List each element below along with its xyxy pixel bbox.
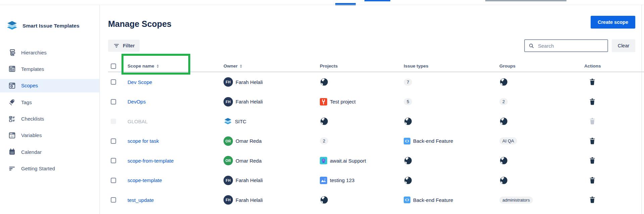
sidebar-item-getting-started[interactable]: Getting Started: [0, 162, 99, 175]
owner-name: Farah Helali: [236, 177, 263, 183]
globe-icon: [320, 117, 329, 126]
sidebar-nav: Hierarchies Templates Scopes Tags Checkl…: [0, 46, 99, 178]
getting-started-icon: [8, 165, 16, 172]
count-badge: 2: [499, 98, 508, 105]
search-input[interactable]: [537, 43, 604, 49]
browser-tab-bar-fragment: [485, 0, 566, 1]
wrench-project-icon: [320, 98, 327, 105]
select-all-cell: [108, 60, 125, 72]
delete-scope-button: [588, 117, 596, 125]
sidebar-item-label: Hierarchies: [21, 50, 47, 55]
row-select-cell: [108, 112, 125, 131]
delete-scope-button[interactable]: [588, 98, 596, 106]
avatar: FH: [224, 176, 233, 185]
layers-logo-icon: [224, 118, 232, 125]
count-badge: 7: [404, 79, 412, 86]
avatar: FH: [224, 77, 233, 87]
templates-icon: [8, 65, 16, 73]
hierarchy-icon: [8, 49, 16, 56]
sidebar-item-variables[interactable]: (x) Variables: [0, 129, 99, 142]
globe-icon: [404, 176, 412, 185]
actions-cell: [582, 151, 644, 171]
row-checkbox[interactable]: [111, 197, 116, 203]
search-box: [524, 39, 608, 52]
sort-arrows-icon: [157, 65, 159, 68]
scope-name-cell: scope-template: [125, 171, 221, 190]
actions-cell: [582, 112, 644, 131]
issue-types-cell: [401, 112, 497, 131]
projects-cell: [317, 112, 401, 131]
avatar: FH: [224, 195, 233, 205]
scope-name-text: GLOBAL: [128, 119, 148, 124]
column-header-label: Scope name: [128, 63, 154, 69]
delete-scope-button[interactable]: [588, 157, 596, 165]
sidebar-item-checklists[interactable]: Checklists: [0, 112, 99, 126]
avatar: FH: [224, 97, 233, 106]
projects-cell: [317, 72, 401, 92]
sidebar-item-label: Variables: [21, 132, 42, 138]
project-label: await.ai Support: [330, 158, 366, 164]
count-badge: AI QA: [499, 137, 517, 144]
actions-cell: [582, 72, 644, 92]
delete-scope-button[interactable]: [588, 78, 596, 86]
issuetype-label: Back-end Feature: [413, 138, 453, 144]
sidebar-item-tags[interactable]: Tags: [0, 95, 99, 109]
robot-project-icon: [320, 157, 327, 164]
delete-scope-button[interactable]: [588, 137, 596, 145]
column-header-owner[interactable]: Owner: [221, 60, 317, 72]
sidebar-item-scopes[interactable]: Scopes: [0, 79, 99, 92]
filter-button[interactable]: Filter: [108, 40, 140, 52]
row-select-cell: [108, 131, 125, 151]
scope-name-link[interactable]: scope for task: [128, 138, 159, 144]
row-checkbox[interactable]: [111, 178, 116, 183]
scope-name-link[interactable]: scope-from-template: [128, 158, 174, 164]
sidebar-item-label: Tags: [21, 99, 32, 105]
owner-cell: FH Farah Helali: [221, 171, 317, 190]
scope-name-cell: scope for task: [125, 131, 221, 151]
project-label: testing 123: [330, 177, 354, 183]
globe-icon: [499, 78, 508, 86]
row-checkbox[interactable]: [111, 99, 116, 104]
column-header-scope-name[interactable]: Scope name: [125, 60, 221, 72]
select-all-checkbox[interactable]: [111, 63, 116, 69]
groups-cell: [497, 112, 582, 131]
table-row: scope-from-template OR Omar Reda await.a…: [108, 151, 644, 171]
delete-scope-button[interactable]: [588, 176, 596, 184]
globe-icon: [404, 156, 412, 165]
groups-cell: administrators: [497, 190, 582, 210]
groups-cell: AI QA: [497, 131, 582, 151]
delete-scope-button[interactable]: [588, 196, 596, 204]
owner-name: SITC: [235, 119, 246, 124]
scope-name-link[interactable]: Dev Scope: [128, 79, 152, 85]
filter-button-label: Filter: [123, 43, 135, 48]
scope-name-link[interactable]: scope-template: [128, 177, 162, 183]
row-select-cell: [108, 151, 125, 171]
column-header-label: Groups: [499, 63, 515, 69]
owner-cell: FH Farah Helali: [221, 190, 317, 210]
sidebar-item-templates[interactable]: Templates: [0, 62, 99, 76]
row-checkbox[interactable]: [111, 158, 116, 163]
sidebar-item-calendar[interactable]: Calendar: [0, 145, 99, 159]
issue-types-cell: [401, 171, 497, 190]
scope-name-link[interactable]: test_update: [128, 197, 154, 203]
column-header-actions: Actions: [582, 60, 644, 72]
row-select-cell: [108, 171, 125, 190]
sort-arrows-icon: [240, 65, 242, 68]
issue-types-cell: [401, 151, 497, 171]
clear-search-button[interactable]: Clear: [612, 39, 635, 52]
groups-cell: 2: [497, 92, 582, 112]
globe-icon: [499, 117, 508, 126]
app-title: Smart Issue Templates: [22, 23, 80, 29]
row-checkbox[interactable]: [111, 138, 116, 144]
scope-name-cell: GLOBAL: [125, 112, 221, 131]
count-badge: 2: [320, 137, 328, 144]
row-checkbox[interactable]: [111, 79, 116, 85]
owner-cell: OR Omar Reda: [221, 151, 317, 171]
owner-cell: OR Omar Reda: [221, 131, 317, 151]
scope-name-link[interactable]: DevOps: [128, 99, 146, 104]
table-row: scope for task OR Omar Reda 2 Back-end F…: [108, 131, 644, 151]
search-icon: [528, 43, 535, 49]
create-scope-button[interactable]: Create scope: [591, 16, 635, 29]
projects-cell: [317, 190, 401, 210]
sidebar-item-hierarchies[interactable]: Hierarchies: [0, 46, 99, 59]
